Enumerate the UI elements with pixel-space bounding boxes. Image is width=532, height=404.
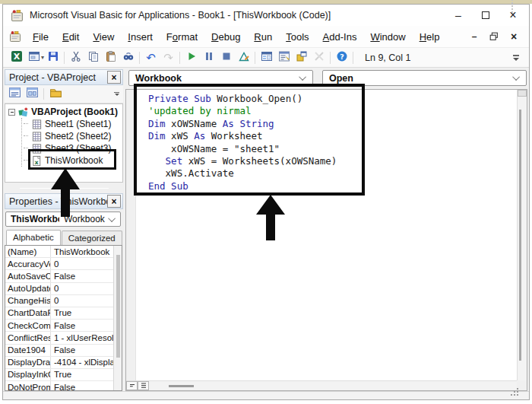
property-value[interactable]: ThisWorkbook [51, 246, 122, 257]
tree-item-thisworkbook[interactable]: xThisWorkbook [22, 154, 122, 167]
property-grid-scrollbar[interactable] [113, 246, 122, 390]
property-row[interactable]: AccuracyVersion0 [5, 258, 122, 270]
toggle-folders-button[interactable] [48, 87, 63, 101]
menu-item-help[interactable]: Help [413, 28, 447, 46]
scrollbar-thumb[interactable] [116, 255, 120, 358]
tab-alphabetic[interactable]: Alphabetic [6, 230, 61, 245]
code-editor[interactable]: Private Sub Workbook_Open()'updated by n… [125, 89, 527, 391]
property-value[interactable]: True [51, 307, 122, 319]
scrollbar-split-button[interactable] [518, 90, 527, 97]
redo-button[interactable]: ↷ [160, 49, 177, 65]
menu-item-add-ins[interactable]: Add-Ins [316, 28, 364, 46]
toolbox-button[interactable] [310, 49, 328, 65]
project-explorer-button[interactable] [258, 49, 275, 65]
full-module-view-button[interactable] [138, 381, 149, 390]
property-row[interactable]: ConflictResolution1 - xlUserResolution [5, 332, 122, 344]
worksheet-icon [31, 119, 43, 130]
reset-button[interactable] [217, 49, 235, 65]
tree-item-sheet1[interactable]: Sheet1 (Sheet1) [22, 118, 122, 130]
project-toolbar-overflow-button[interactable] [114, 92, 121, 97]
property-value[interactable]: True [51, 369, 122, 380]
break-button[interactable] [200, 49, 217, 65]
properties-window-button[interactable] [275, 49, 293, 65]
find-button[interactable] [119, 49, 137, 65]
maximize-button[interactable] [477, 8, 494, 23]
procedure-view-button[interactable] [126, 381, 138, 390]
property-row[interactable]: AutoSaveOnFalse [5, 270, 122, 282]
project-close-button[interactable]: × [107, 71, 121, 84]
mdi-close-button[interactable]: × [508, 30, 520, 43]
toolbar-grip[interactable] [511, 0, 515, 13]
property-row[interactable]: ChartDataPointTrackTrue [5, 307, 122, 320]
property-value[interactable]: False [51, 381, 122, 391]
help-button[interactable]: ? [333, 49, 350, 65]
menu-item-debug[interactable]: Debug [204, 28, 247, 46]
object-browser-button[interactable] [293, 49, 310, 65]
menu-item-edit[interactable]: Edit [55, 28, 86, 46]
property-value[interactable]: 0 [51, 295, 122, 307]
tree-collapse-icon[interactable] [8, 109, 15, 116]
tree-item-sheet3[interactable]: Sheet3 (Sheet3) [22, 142, 122, 154]
code-object-dropdown[interactable]: Workbook [128, 70, 313, 86]
property-value[interactable]: 1 - xlUserResolution [51, 332, 122, 343]
save-button[interactable] [44, 49, 62, 65]
toolbar-separator [64, 52, 65, 64]
copy-button[interactable] [84, 49, 102, 65]
property-value[interactable]: 0 [51, 283, 122, 294]
property-row[interactable]: DoNotPromptForConvertFalse [5, 381, 122, 391]
undo-button[interactable]: ↶ [142, 49, 160, 65]
menu-item-run[interactable]: Run [247, 28, 279, 46]
scrollbar-thumb[interactable] [169, 385, 194, 387]
view-excel-button[interactable]: X [8, 49, 25, 65]
view-code-button[interactable] [7, 87, 22, 101]
object-combobox[interactable]: ThisWorkbook Workbook [5, 212, 121, 227]
tree-item-vbaproject[interactable]: VBAProject (Book1) [8, 106, 122, 118]
menu-item-view[interactable]: View [86, 28, 121, 46]
object-type: Workbook [64, 214, 105, 224]
insert-userform-button[interactable] [25, 49, 43, 65]
property-row[interactable]: ChangeHistoryDuration0 [5, 295, 122, 307]
mdi-child-icon[interactable] [9, 30, 21, 43]
menubar: FileEditViewInsertFormatDebugRunToolsAdd… [3, 26, 529, 48]
toolbar-overflow-button[interactable] [511, 55, 521, 61]
minimize-button[interactable]: – [450, 8, 467, 23]
window-controls: – × [450, 8, 521, 23]
code-horizontal-scrollbar[interactable] [126, 380, 517, 390]
run-button[interactable] [182, 49, 200, 65]
menu-item-insert[interactable]: Insert [121, 28, 160, 46]
resize-grip[interactable] [509, 387, 518, 396]
property-row[interactable]: (Name)ThisWorkbook [5, 246, 122, 258]
code-procedure-dropdown[interactable]: Open [322, 70, 527, 86]
code-margin [126, 90, 136, 390]
properties-close-button[interactable]: × [107, 195, 121, 208]
cut-button[interactable] [67, 49, 84, 65]
tree-item-sheet2[interactable]: Sheet2 (Sheet2) [22, 130, 122, 142]
window-title: Microsoft Visual Basic for Applications … [30, 10, 331, 21]
view-object-button[interactable] [24, 87, 40, 101]
property-row[interactable]: AutoUpdateFrequency0 [5, 283, 122, 295]
code-text[interactable]: Private Sub Workbook_Open()'updated by n… [136, 90, 527, 390]
panel-splitter[interactable] [5, 183, 123, 193]
menu-item-window[interactable]: Window [363, 28, 412, 46]
property-value[interactable]: False [51, 320, 122, 331]
code-vertical-scrollbar[interactable] [517, 90, 527, 380]
property-value[interactable]: -4104 - xlDisplayShapes [51, 357, 122, 368]
menu-item-format[interactable]: Format [160, 28, 204, 46]
menu-item-tools[interactable]: Tools [279, 28, 315, 46]
menu-item-file[interactable]: File [26, 28, 55, 46]
mdi-minimize-button[interactable]: – [468, 30, 480, 43]
paste-button[interactable] [102, 49, 119, 65]
scrollbar-thumb[interactable] [519, 110, 521, 361]
property-row[interactable]: DisplayDrawingObjects-4104 - xlDisplaySh… [5, 357, 122, 369]
property-value[interactable]: 0 [51, 258, 122, 269]
property-row[interactable]: Date1904False [5, 345, 122, 357]
property-value[interactable]: False [51, 270, 122, 282]
property-row[interactable]: CheckCompatibilityFalse [5, 320, 122, 332]
tab-categorized[interactable]: Categorized [62, 231, 122, 245]
mdi-restore-button[interactable] [488, 30, 500, 43]
titlebar: Microsoft Visual Basic for Applications … [3, 5, 529, 26]
insert-userform-icon [28, 50, 40, 65]
design-mode-button[interactable] [235, 49, 252, 65]
property-row[interactable]: DisplayInkCommentsTrue [5, 369, 122, 381]
property-value[interactable]: False [51, 345, 122, 356]
